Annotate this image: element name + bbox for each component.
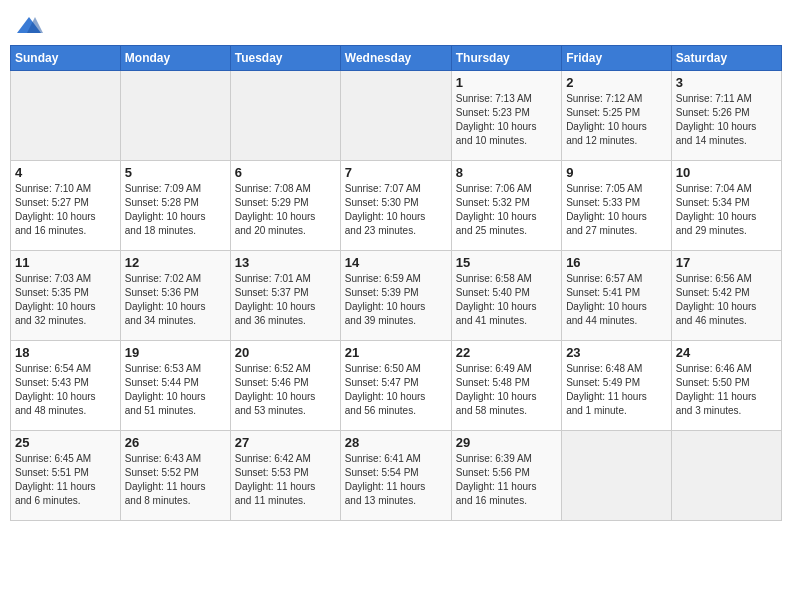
- day-info: Sunrise: 7:09 AM Sunset: 5:28 PM Dayligh…: [125, 182, 226, 238]
- day-info: Sunrise: 7:10 AM Sunset: 5:27 PM Dayligh…: [15, 182, 116, 238]
- day-number: 25: [15, 435, 116, 450]
- calendar-cell: 27Sunrise: 6:42 AM Sunset: 5:53 PM Dayli…: [230, 431, 340, 521]
- calendar-week: 18Sunrise: 6:54 AM Sunset: 5:43 PM Dayli…: [11, 341, 782, 431]
- calendar-cell: 22Sunrise: 6:49 AM Sunset: 5:48 PM Dayli…: [451, 341, 561, 431]
- day-info: Sunrise: 6:45 AM Sunset: 5:51 PM Dayligh…: [15, 452, 116, 508]
- calendar-cell: 17Sunrise: 6:56 AM Sunset: 5:42 PM Dayli…: [671, 251, 781, 341]
- day-number: 5: [125, 165, 226, 180]
- day-number: 19: [125, 345, 226, 360]
- day-number: 17: [676, 255, 777, 270]
- weekday-header: Sunday: [11, 46, 121, 71]
- calendar-cell: 4Sunrise: 7:10 AM Sunset: 5:27 PM Daylig…: [11, 161, 121, 251]
- day-number: 18: [15, 345, 116, 360]
- day-number: 11: [15, 255, 116, 270]
- calendar-week: 11Sunrise: 7:03 AM Sunset: 5:35 PM Dayli…: [11, 251, 782, 341]
- day-number: 21: [345, 345, 447, 360]
- calendar-cell: 6Sunrise: 7:08 AM Sunset: 5:29 PM Daylig…: [230, 161, 340, 251]
- calendar-week: 1Sunrise: 7:13 AM Sunset: 5:23 PM Daylig…: [11, 71, 782, 161]
- calendar-cell: [120, 71, 230, 161]
- weekday-header: Friday: [562, 46, 672, 71]
- calendar-cell: 20Sunrise: 6:52 AM Sunset: 5:46 PM Dayli…: [230, 341, 340, 431]
- day-info: Sunrise: 7:05 AM Sunset: 5:33 PM Dayligh…: [566, 182, 667, 238]
- day-info: Sunrise: 6:53 AM Sunset: 5:44 PM Dayligh…: [125, 362, 226, 418]
- calendar-cell: 25Sunrise: 6:45 AM Sunset: 5:51 PM Dayli…: [11, 431, 121, 521]
- calendar-cell: 23Sunrise: 6:48 AM Sunset: 5:49 PM Dayli…: [562, 341, 672, 431]
- calendar-cell: 21Sunrise: 6:50 AM Sunset: 5:47 PM Dayli…: [340, 341, 451, 431]
- day-number: 24: [676, 345, 777, 360]
- day-number: 16: [566, 255, 667, 270]
- day-number: 1: [456, 75, 557, 90]
- day-info: Sunrise: 6:58 AM Sunset: 5:40 PM Dayligh…: [456, 272, 557, 328]
- day-number: 13: [235, 255, 336, 270]
- day-number: 14: [345, 255, 447, 270]
- day-info: Sunrise: 6:50 AM Sunset: 5:47 PM Dayligh…: [345, 362, 447, 418]
- day-info: Sunrise: 7:01 AM Sunset: 5:37 PM Dayligh…: [235, 272, 336, 328]
- calendar-week: 25Sunrise: 6:45 AM Sunset: 5:51 PM Dayli…: [11, 431, 782, 521]
- day-number: 7: [345, 165, 447, 180]
- calendar-cell: [340, 71, 451, 161]
- calendar-cell: 11Sunrise: 7:03 AM Sunset: 5:35 PM Dayli…: [11, 251, 121, 341]
- day-info: Sunrise: 7:11 AM Sunset: 5:26 PM Dayligh…: [676, 92, 777, 148]
- day-info: Sunrise: 7:04 AM Sunset: 5:34 PM Dayligh…: [676, 182, 777, 238]
- day-number: 29: [456, 435, 557, 450]
- day-info: Sunrise: 6:59 AM Sunset: 5:39 PM Dayligh…: [345, 272, 447, 328]
- day-number: 3: [676, 75, 777, 90]
- calendar-table: SundayMondayTuesdayWednesdayThursdayFrid…: [10, 45, 782, 521]
- weekday-header: Tuesday: [230, 46, 340, 71]
- calendar-cell: 10Sunrise: 7:04 AM Sunset: 5:34 PM Dayli…: [671, 161, 781, 251]
- weekday-header: Wednesday: [340, 46, 451, 71]
- day-info: Sunrise: 6:43 AM Sunset: 5:52 PM Dayligh…: [125, 452, 226, 508]
- calendar-cell: 18Sunrise: 6:54 AM Sunset: 5:43 PM Dayli…: [11, 341, 121, 431]
- logo: [15, 15, 47, 37]
- day-number: 27: [235, 435, 336, 450]
- calendar-cell: 19Sunrise: 6:53 AM Sunset: 5:44 PM Dayli…: [120, 341, 230, 431]
- day-number: 9: [566, 165, 667, 180]
- weekday-header: Thursday: [451, 46, 561, 71]
- day-info: Sunrise: 6:41 AM Sunset: 5:54 PM Dayligh…: [345, 452, 447, 508]
- calendar-body: 1Sunrise: 7:13 AM Sunset: 5:23 PM Daylig…: [11, 71, 782, 521]
- day-number: 2: [566, 75, 667, 90]
- day-info: Sunrise: 6:42 AM Sunset: 5:53 PM Dayligh…: [235, 452, 336, 508]
- day-info: Sunrise: 6:48 AM Sunset: 5:49 PM Dayligh…: [566, 362, 667, 418]
- day-number: 6: [235, 165, 336, 180]
- day-number: 10: [676, 165, 777, 180]
- day-number: 15: [456, 255, 557, 270]
- calendar-cell: 12Sunrise: 7:02 AM Sunset: 5:36 PM Dayli…: [120, 251, 230, 341]
- day-info: Sunrise: 7:12 AM Sunset: 5:25 PM Dayligh…: [566, 92, 667, 148]
- calendar-cell: 28Sunrise: 6:41 AM Sunset: 5:54 PM Dayli…: [340, 431, 451, 521]
- calendar-cell: 14Sunrise: 6:59 AM Sunset: 5:39 PM Dayli…: [340, 251, 451, 341]
- calendar-cell: [562, 431, 672, 521]
- calendar-cell: 8Sunrise: 7:06 AM Sunset: 5:32 PM Daylig…: [451, 161, 561, 251]
- day-info: Sunrise: 6:49 AM Sunset: 5:48 PM Dayligh…: [456, 362, 557, 418]
- day-info: Sunrise: 6:57 AM Sunset: 5:41 PM Dayligh…: [566, 272, 667, 328]
- calendar-cell: 5Sunrise: 7:09 AM Sunset: 5:28 PM Daylig…: [120, 161, 230, 251]
- logo-icon: [15, 15, 43, 37]
- weekday-header: Saturday: [671, 46, 781, 71]
- day-number: 20: [235, 345, 336, 360]
- calendar-header: SundayMondayTuesdayWednesdayThursdayFrid…: [11, 46, 782, 71]
- day-info: Sunrise: 6:56 AM Sunset: 5:42 PM Dayligh…: [676, 272, 777, 328]
- calendar-cell: 26Sunrise: 6:43 AM Sunset: 5:52 PM Dayli…: [120, 431, 230, 521]
- day-info: Sunrise: 7:03 AM Sunset: 5:35 PM Dayligh…: [15, 272, 116, 328]
- day-number: 8: [456, 165, 557, 180]
- day-number: 12: [125, 255, 226, 270]
- day-number: 26: [125, 435, 226, 450]
- day-info: Sunrise: 6:39 AM Sunset: 5:56 PM Dayligh…: [456, 452, 557, 508]
- day-info: Sunrise: 7:06 AM Sunset: 5:32 PM Dayligh…: [456, 182, 557, 238]
- calendar-cell: [11, 71, 121, 161]
- calendar-week: 4Sunrise: 7:10 AM Sunset: 5:27 PM Daylig…: [11, 161, 782, 251]
- day-info: Sunrise: 6:52 AM Sunset: 5:46 PM Dayligh…: [235, 362, 336, 418]
- calendar-cell: 1Sunrise: 7:13 AM Sunset: 5:23 PM Daylig…: [451, 71, 561, 161]
- weekday-header: Monday: [120, 46, 230, 71]
- day-info: Sunrise: 6:46 AM Sunset: 5:50 PM Dayligh…: [676, 362, 777, 418]
- calendar-cell: 13Sunrise: 7:01 AM Sunset: 5:37 PM Dayli…: [230, 251, 340, 341]
- calendar-cell: 9Sunrise: 7:05 AM Sunset: 5:33 PM Daylig…: [562, 161, 672, 251]
- day-info: Sunrise: 7:08 AM Sunset: 5:29 PM Dayligh…: [235, 182, 336, 238]
- page-header: [10, 10, 782, 37]
- calendar-cell: 7Sunrise: 7:07 AM Sunset: 5:30 PM Daylig…: [340, 161, 451, 251]
- day-number: 23: [566, 345, 667, 360]
- day-info: Sunrise: 7:13 AM Sunset: 5:23 PM Dayligh…: [456, 92, 557, 148]
- day-info: Sunrise: 7:07 AM Sunset: 5:30 PM Dayligh…: [345, 182, 447, 238]
- calendar-cell: 15Sunrise: 6:58 AM Sunset: 5:40 PM Dayli…: [451, 251, 561, 341]
- day-number: 22: [456, 345, 557, 360]
